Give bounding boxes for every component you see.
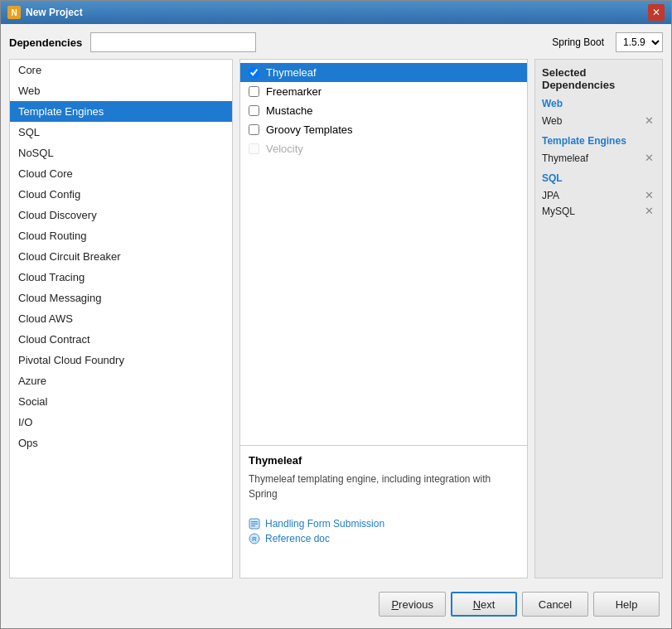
freemarker-checkbox[interactable] <box>249 86 259 97</box>
selected-dependencies-panel: Selected Dependencies Web Web ✕ Template… <box>534 59 663 578</box>
sql-section-title: SQL <box>542 172 655 184</box>
dep-mysql-name: MySQL <box>542 206 575 217</box>
web-section-title: Web <box>542 98 655 109</box>
template-engines-section-title: Template Engines <box>542 135 655 147</box>
dep-thymeleaf-name: Thymeleaf <box>542 152 588 164</box>
list-item[interactable]: Freemarker <box>240 82 527 101</box>
category-item-template-engines[interactable]: Template Engines <box>10 101 232 122</box>
main-window: N New Project ✕ Dependencies Spring Boot… <box>0 0 672 629</box>
next-button[interactable]: Next <box>451 592 517 617</box>
category-item-cloud-config[interactable]: Cloud Config <box>10 184 232 205</box>
category-item-cloud-aws[interactable]: Cloud AWS <box>10 308 232 329</box>
guide-link-label: Handling Form Submission <box>265 518 384 530</box>
dep-web-name: Web <box>542 115 562 127</box>
category-item-ops[interactable]: Ops <box>10 433 232 453</box>
main-panel: Core Web Template Engines SQL NoSQL Clou… <box>9 59 663 578</box>
category-item-cloud-circuit-breaker[interactable]: Cloud Circuit Breaker <box>10 246 232 267</box>
dep-mysql-remove[interactable]: ✕ <box>643 205 655 217</box>
description-title: Thymeleaf <box>249 454 519 467</box>
help-button[interactable]: Help <box>593 592 660 617</box>
category-item-cloud-core[interactable]: Cloud Core <box>10 163 232 184</box>
groovy-templates-label: Groovy Templates <box>266 123 353 136</box>
description-text: Thymeleaf templating engine, including i… <box>249 472 519 501</box>
list-item[interactable]: Thymeleaf <box>240 63 527 82</box>
dep-jpa-remove[interactable]: ✕ <box>643 189 655 201</box>
mustache-checkbox[interactable] <box>249 105 259 116</box>
handling-form-link[interactable]: Handling Form Submission <box>249 518 519 530</box>
content-area: Dependencies Spring Boot 1.5.9 1.5.8 2.0… <box>1 24 671 628</box>
groovy-templates-checkbox[interactable] <box>249 124 259 135</box>
spring-boot-version-select[interactable]: 1.5.9 1.5.8 2.0.0 <box>616 32 663 52</box>
dep-item-thymeleaf: Thymeleaf ✕ <box>542 150 655 166</box>
dep-item-web: Web ✕ <box>542 113 655 128</box>
category-list: Core Web Template Engines SQL NoSQL Clou… <box>9 59 233 578</box>
velocity-checkbox <box>249 143 259 154</box>
dep-item-mysql: MySQL ✕ <box>542 203 655 219</box>
thymeleaf-label: Thymeleaf <box>266 66 317 79</box>
window-icon: N <box>7 6 21 19</box>
freemarker-label: Freemarker <box>266 85 321 98</box>
category-item-io[interactable]: I/O <box>10 412 232 433</box>
search-input[interactable] <box>90 32 256 52</box>
close-button[interactable]: ✕ <box>648 4 665 21</box>
svg-rect-3 <box>251 525 255 526</box>
list-item[interactable]: Mustache <box>240 101 527 120</box>
cancel-button[interactable]: Cancel <box>522 592 588 617</box>
list-item: Velocity <box>240 139 527 158</box>
top-bar: Dependencies Spring Boot 1.5.9 1.5.8 2.0… <box>9 32 663 52</box>
dependency-panel: Thymeleaf Freemarker Mustache Groovy Tem… <box>239 59 528 578</box>
category-item-cloud-routing[interactable]: Cloud Routing <box>10 225 232 246</box>
dep-web-remove[interactable]: ✕ <box>643 114 655 127</box>
mustache-label: Mustache <box>266 104 312 117</box>
list-item[interactable]: Groovy Templates <box>240 120 527 139</box>
category-item-cloud-tracing[interactable]: Cloud Tracing <box>10 267 232 288</box>
category-item-cloud-messaging[interactable]: Cloud Messaging <box>10 288 232 308</box>
velocity-label: Velocity <box>266 143 303 155</box>
dep-thymeleaf-remove[interactable]: ✕ <box>643 152 655 164</box>
category-item-cloud-contract[interactable]: Cloud Contract <box>10 329 232 350</box>
category-item-nosql[interactable]: NoSQL <box>10 143 232 163</box>
guide-icon <box>249 518 260 530</box>
svg-rect-2 <box>251 524 258 525</box>
bottom-bar: Previous Next Cancel Help <box>9 585 663 620</box>
category-item-social[interactable]: Social <box>10 391 232 412</box>
category-item-sql[interactable]: SQL <box>10 122 232 143</box>
category-item-web[interactable]: Web <box>10 80 232 101</box>
ref-icon: R <box>249 533 260 544</box>
svg-text:R: R <box>252 535 257 543</box>
category-item-pivotal-cloud-foundry[interactable]: Pivotal Cloud Foundry <box>10 350 232 370</box>
selected-deps-title: Selected Dependencies <box>542 66 655 91</box>
ref-doc-link-label: Reference doc <box>265 533 330 544</box>
thymeleaf-checkbox[interactable] <box>249 67 259 78</box>
previous-button[interactable]: Previous <box>379 592 446 617</box>
dep-jpa-name: JPA <box>542 190 559 201</box>
svg-rect-1 <box>251 521 258 522</box>
description-links: Handling Form Submission R Reference doc <box>249 518 519 544</box>
description-panel: Thymeleaf Thymeleaf templating engine, i… <box>240 445 527 578</box>
window-title: New Project <box>26 7 643 18</box>
category-item-cloud-discovery[interactable]: Cloud Discovery <box>10 205 232 225</box>
dependency-list: Thymeleaf Freemarker Mustache Groovy Tem… <box>240 60 527 445</box>
category-item-core[interactable]: Core <box>10 60 232 80</box>
spring-boot-label: Spring Boot <box>552 36 604 48</box>
category-item-azure[interactable]: Azure <box>10 370 232 391</box>
title-bar: N New Project ✕ <box>1 1 671 24</box>
dependencies-label: Dependencies <box>9 36 82 49</box>
dep-item-jpa: JPA ✕ <box>542 187 655 203</box>
reference-doc-link[interactable]: R Reference doc <box>249 533 519 544</box>
